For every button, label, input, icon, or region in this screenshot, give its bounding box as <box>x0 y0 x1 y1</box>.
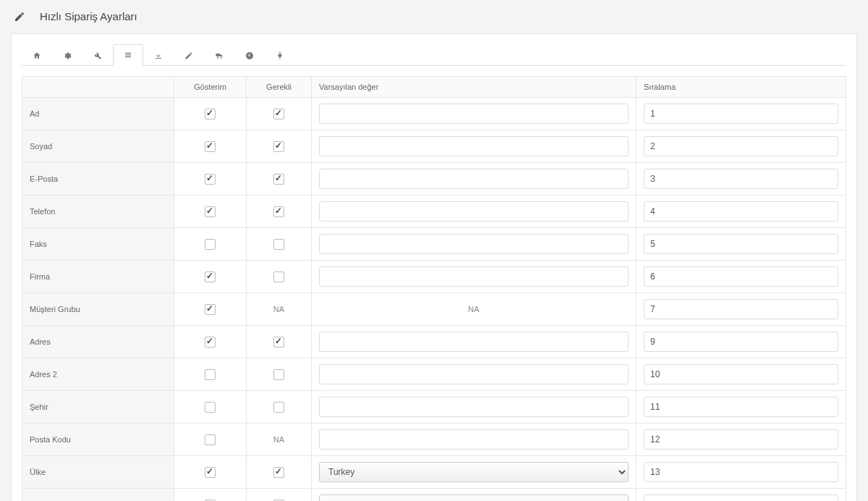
cell-default <box>312 163 637 195</box>
show-checkbox[interactable] <box>205 174 216 185</box>
sort-input[interactable] <box>644 104 838 124</box>
default-input[interactable] <box>319 429 629 450</box>
row-label: Posta Kodu <box>22 424 174 456</box>
sort-input[interactable] <box>644 266 838 287</box>
sort-input[interactable] <box>644 364 838 384</box>
cell-show <box>174 293 247 326</box>
required-checkbox[interactable] <box>273 369 284 380</box>
cell-required <box>247 163 312 195</box>
cell-default <box>312 98 637 130</box>
cell-show <box>174 228 247 261</box>
default-input[interactable] <box>319 332 629 352</box>
table-row: Faks <box>22 228 846 261</box>
header-sort: Sıralama <box>637 77 846 98</box>
cell-show <box>174 326 247 358</box>
cell-required <box>247 98 312 130</box>
row-label: Faks <box>22 228 174 261</box>
row-label: E-Posta <box>22 163 174 195</box>
sort-input[interactable] <box>644 136 838 156</box>
sort-input[interactable] <box>644 332 838 352</box>
row-label: Ad <box>22 98 174 130</box>
default-input[interactable] <box>319 266 629 287</box>
cell-required <box>247 391 312 424</box>
show-checkbox[interactable] <box>205 206 216 217</box>
tab-wrench[interactable] <box>82 44 113 66</box>
tab-gear[interactable] <box>52 44 82 66</box>
row-label: Ülke <box>22 456 174 489</box>
tab-clock[interactable] <box>234 44 265 66</box>
page-header: Hızlı Sipariş Ayarları <box>11 0 857 33</box>
sort-input[interactable] <box>644 201 838 222</box>
show-checkbox[interactable] <box>205 304 216 315</box>
cell-sort <box>637 228 846 261</box>
required-checkbox[interactable] <box>273 141 284 152</box>
tab-edit[interactable] <box>174 44 204 66</box>
cell-sort <box>637 326 846 358</box>
show-checkbox[interactable] <box>205 467 216 478</box>
required-checkbox[interactable] <box>273 402 284 413</box>
row-label: Bölge / Eyalet <box>22 489 174 502</box>
cell-required <box>247 261 312 293</box>
required-checkbox[interactable] <box>273 174 284 185</box>
required-checkbox[interactable] <box>273 337 284 348</box>
required-checkbox[interactable] <box>273 109 284 119</box>
default-input[interactable] <box>319 201 629 222</box>
default-select[interactable]: Turkey <box>319 462 629 482</box>
required-checkbox[interactable] <box>273 271 284 282</box>
tab-plug[interactable] <box>265 44 295 66</box>
cell-show <box>174 424 247 456</box>
cell-default: --- Seçiniz --- <box>312 489 637 502</box>
table-row: Firma <box>22 261 846 293</box>
required-checkbox[interactable] <box>273 239 284 250</box>
header-show: Gösterim <box>174 77 247 98</box>
table-row: Soyad <box>22 130 846 163</box>
edit-icon <box>184 51 193 60</box>
sort-input[interactable] <box>644 429 838 450</box>
na-text: NA <box>273 305 284 313</box>
cell-sort <box>637 456 846 489</box>
page-title: Hızlı Sipariş Ayarları <box>40 10 137 22</box>
show-checkbox[interactable] <box>205 402 216 413</box>
show-checkbox[interactable] <box>205 239 216 250</box>
sort-input[interactable] <box>644 462 838 482</box>
sort-input[interactable] <box>644 494 838 501</box>
show-checkbox[interactable] <box>205 369 216 380</box>
header-required: Gerekli <box>247 77 312 98</box>
tab-download[interactable] <box>143 44 174 66</box>
show-checkbox[interactable] <box>205 434 216 445</box>
default-select[interactable]: --- Seçiniz --- <box>319 494 629 501</box>
default-input[interactable] <box>319 397 629 417</box>
cell-required <box>247 326 312 358</box>
cell-default <box>312 228 637 261</box>
default-input[interactable] <box>319 136 629 156</box>
sort-input[interactable] <box>644 299 838 319</box>
show-checkbox[interactable] <box>205 271 216 282</box>
table-header-row: Gösterim Gerekli Varsayılan değer Sırala… <box>22 77 846 98</box>
list-icon <box>124 51 132 59</box>
sort-input[interactable] <box>644 169 838 189</box>
default-input[interactable] <box>319 234 629 254</box>
show-checkbox[interactable] <box>205 109 216 119</box>
wrench-icon <box>93 51 102 60</box>
cell-default <box>312 261 637 293</box>
sort-input[interactable] <box>644 397 838 417</box>
tab-list[interactable] <box>113 44 143 66</box>
cell-default <box>312 130 637 163</box>
show-checkbox[interactable] <box>205 337 216 348</box>
cell-sort <box>637 261 846 293</box>
cell-show <box>174 195 247 228</box>
row-label: Adres 2 <box>22 358 174 391</box>
default-input[interactable] <box>319 364 629 384</box>
sort-input[interactable] <box>644 234 838 254</box>
required-checkbox[interactable] <box>273 467 284 478</box>
show-checkbox[interactable] <box>205 141 216 152</box>
settings-panel: Gösterim Gerekli Varsayılan değer Sırala… <box>11 33 857 501</box>
tab-home[interactable] <box>22 44 52 66</box>
fields-table: Gösterim Gerekli Varsayılan değer Sırala… <box>22 76 846 501</box>
header-default: Varsayılan değer <box>312 77 637 98</box>
required-checkbox[interactable] <box>273 206 284 217</box>
default-input[interactable] <box>319 104 629 124</box>
download-icon <box>154 51 163 60</box>
default-input[interactable] <box>319 169 629 189</box>
tab-truck[interactable] <box>204 44 234 66</box>
